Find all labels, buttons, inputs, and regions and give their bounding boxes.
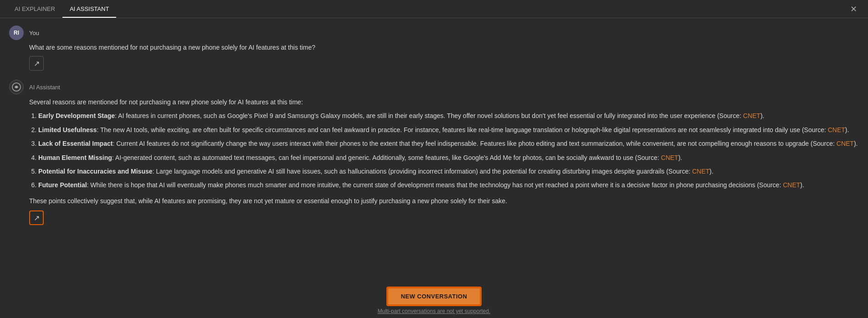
reason-end-5: ). [709,168,714,175]
tab-ai-assistant[interactable]: AI ASSISTANT [62,1,116,18]
new-conversation-button[interactable]: NEW CONVERSATION [387,287,481,305]
tab-ai-explainer[interactable]: AI EXPLAINER [7,1,62,18]
notice-prefix: Mul [378,308,386,314]
list-item: Human Element Missing: AI-generated cont… [38,153,859,163]
list-item: Early Development Stage: AI features in … [38,111,859,121]
bottom-spacer [9,234,859,271]
reason-text-6: : While there is hope that AI will event… [87,181,783,189]
ai-message: Several reasons are mentioned for not pu… [29,97,859,206]
ai-block: AI Assistant Several reasons are mention… [9,80,859,225]
user-block: RI You What are some reasons mentioned f… [9,26,859,71]
ai-header: AI Assistant [9,80,859,94]
reason-end-4: ). [678,154,683,161]
reason-text-3: : Current AI features do not significant… [113,140,836,147]
user-share-button[interactable]: ↗ [29,56,44,71]
reason-title-5: Potential for Inaccuracies and Misuse [38,168,153,175]
bottom-area: NEW CONVERSATION Multi-part conversation… [0,282,868,318]
reason-end-2: ). [845,126,849,133]
user-label: You [29,30,39,36]
main-content: RI You What are some reasons mentioned f… [0,18,868,318]
ai-reasons-list: Early Development Stage: AI features in … [38,111,859,190]
notice-suffix: . [489,308,490,314]
user-question: What are some reasons mentioned for not … [29,43,859,52]
reason-end-6: ). [800,181,804,189]
reason-title-6: Future Potential [38,181,87,189]
source-link-6[interactable]: CNET [783,181,800,189]
reason-text-2: : The new AI tools, while exciting, are … [97,126,827,133]
notice-underlined: ti-part conversations are not yet suppor… [386,308,489,314]
reason-end-1: ). [760,112,765,119]
reason-text-1: : AI features in current phones, such as… [115,112,743,119]
source-link-3[interactable]: CNET [837,140,854,147]
reason-text-5: : Large language models and generative A… [153,168,692,175]
ai-intro: Several reasons are mentioned for not pu… [29,97,859,107]
share-icon-ai: ↗ [34,214,40,222]
avatar: RI [9,26,24,40]
source-link-4[interactable]: CNET [661,154,678,161]
user-header: RI You [9,26,859,40]
list-item: Lack of Essential Impact: Current AI fea… [38,138,859,149]
source-link-5[interactable]: CNET [692,168,709,175]
list-item: Limited Usefulness: The new AI tools, wh… [38,125,859,135]
close-button[interactable]: ✕ [847,2,861,16]
reason-title-2: Limited Usefulness [38,126,97,133]
ai-label: AI Assistant [29,84,60,91]
ai-summary: These points collectively suggest that, … [29,196,859,206]
multi-part-notice: Multi-part conversations are not yet sup… [378,308,490,314]
tab-bar: AI EXPLAINER AI ASSISTANT ✕ [0,0,868,18]
reason-title-1: Early Development Stage [38,112,115,119]
reason-title-4: Human Element Missing [38,154,112,161]
ai-share-button[interactable]: ↗ [29,210,44,225]
source-link-1[interactable]: CNET [743,112,760,119]
list-item: Potential for Inaccuracies and Misuse: L… [38,166,859,176]
reason-title-3: Lack of Essential Impact [38,140,113,147]
reason-end-3: ). [854,140,858,147]
source-link-2[interactable]: CNET [828,126,845,133]
list-item: Future Potential: While there is hope th… [38,180,859,190]
ai-logo-icon [12,82,21,92]
share-icon: ↗ [34,59,40,68]
ai-avatar [9,80,24,94]
reason-text-4: : AI-generated content, such as automate… [112,154,661,161]
